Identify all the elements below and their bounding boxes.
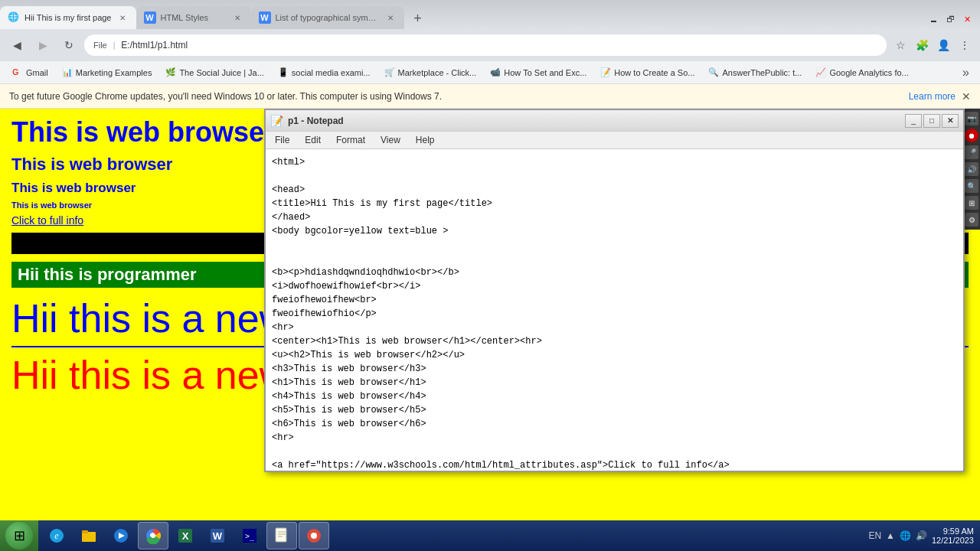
notepad-line: fweiofhewoifhew<br> <box>272 293 957 307</box>
bookmark-how-to-set[interactable]: 📹 How To Set and Exc... <box>484 66 593 80</box>
bookmark-marketing[interactable]: 📊 Marketing Examples <box>56 66 158 80</box>
notepad-menubar: File Edit Format View Help <box>266 132 963 149</box>
taskbar-expand[interactable]: ▲ <box>886 530 895 541</box>
profile-icon[interactable]: 👤 <box>934 36 952 54</box>
address-path: E:/html1/p1.html <box>121 40 188 51</box>
bookmark-social-juice-label: The Social Juice | Ja... <box>179 68 263 77</box>
taskbar-media[interactable] <box>106 522 136 549</box>
bookmarks-overflow[interactable]: » <box>958 64 974 81</box>
start-button[interactable]: ⊞ <box>0 520 38 551</box>
taskbar-excel[interactable]: X <box>170 522 201 549</box>
tab-2[interactable]: W HTML Styles ✕ <box>136 6 251 29</box>
bookmark-google-analytics[interactable]: 📈 Google Analytics fo... <box>809 66 914 80</box>
notepad-line: <html> <box>272 155 957 169</box>
bookmark-answer-label: AnswerThePublic: t... <box>722 68 802 77</box>
panel-icon-settings[interactable]: ⚙ <box>965 213 978 227</box>
extension-icon[interactable]: 🧩 <box>913 36 931 54</box>
bookmark-how-to-create-icon: 📝 <box>600 67 611 78</box>
panel-icon-mic[interactable]: 🎤 <box>965 145 978 159</box>
svg-text:W: W <box>213 530 223 542</box>
notepad-menu-view[interactable]: View <box>374 133 407 147</box>
notepad-maximize[interactable]: □ <box>923 114 940 128</box>
learn-more-link[interactable]: Learn more <box>909 91 956 102</box>
taskbar-date-display: 12/21/2023 <box>932 536 974 545</box>
notepad-menu-format[interactable]: Format <box>330 133 371 147</box>
bookmark-answer[interactable]: 🔍 AnswerThePublic: t... <box>702 66 808 80</box>
refresh-button[interactable]: ↻ <box>58 34 80 56</box>
svg-point-20 <box>311 533 317 539</box>
address-bar-row: ◀ ▶ ↻ File | E:/html1/p1.html ☆ 🧩 👤 ⋮ <box>0 29 980 61</box>
notepad-line <box>272 238 957 252</box>
notepad-line: <h5>This is web browser</h5> <box>272 403 957 417</box>
back-button[interactable]: ◀ <box>6 34 28 56</box>
notepad-title: p1 - Notepad <box>288 116 900 126</box>
notepad-menu-edit[interactable]: Edit <box>299 133 327 147</box>
taskbar-cmd[interactable]: >_ <box>234 522 265 549</box>
taskbar-apps: e X W >_ <box>38 522 332 549</box>
notepad-minimize[interactable]: _ <box>905 114 922 128</box>
right-side-panel: 📷 ⏺ 🎤 🔊 🔍 ⊞ ⚙ <box>963 109 980 230</box>
bookmark-icon[interactable]: ☆ <box>891 36 910 54</box>
svg-rect-15 <box>276 528 286 542</box>
minimize-button[interactable]: 🗕 <box>926 12 940 26</box>
tab-1-close[interactable]: ✕ <box>116 11 129 24</box>
bookmark-social-media-icon: 📱 <box>278 67 289 78</box>
address-protocol: File <box>93 41 107 50</box>
panel-icon-record[interactable]: ⏺ <box>965 129 978 142</box>
svg-text:>_: >_ <box>245 532 255 541</box>
toolbar-icons: ☆ 🧩 👤 ⋮ <box>891 36 974 54</box>
bookmark-social-media[interactable]: 📱 social media exami... <box>272 66 377 80</box>
panel-icon-speaker[interactable]: 🔊 <box>965 162 978 176</box>
svg-text:X: X <box>182 530 189 542</box>
taskbar-clock: 9:59 AM 12/21/2023 <box>932 527 974 545</box>
notification-bar: To get future Google Chrome updates, you… <box>0 84 980 109</box>
notepad-line: <head> <box>272 183 957 197</box>
notepad-menu-file[interactable]: File <box>269 133 296 147</box>
notepad-line: <h4>This is web browser</h4> <box>272 390 957 403</box>
bookmark-gmail[interactable]: G Gmail <box>6 66 54 80</box>
panel-icon-grid[interactable]: ⊞ <box>965 196 978 210</box>
taskbar-volume[interactable]: 🔊 <box>916 530 927 541</box>
bookmark-marketplace[interactable]: 🛒 Marketplace - Click... <box>378 66 483 80</box>
tab-1[interactable]: 🌐 Hii This is my first page ✕ <box>0 6 136 29</box>
notepad-win-controls: _ □ ✕ <box>905 114 959 128</box>
bookmark-how-to-create[interactable]: 📝 How to Create a So... <box>594 66 701 80</box>
maximize-button[interactable]: 🗗 <box>943 12 957 26</box>
main-content-area: This is web browser This is web browser … <box>0 109 980 520</box>
notepad-line: <h1>This is web browser</h1> <box>272 376 957 390</box>
notepad-menu-help[interactable]: Help <box>410 133 441 147</box>
tab-2-close[interactable]: ✕ <box>231 11 243 24</box>
taskbar-ie[interactable]: e <box>41 522 72 549</box>
address-input[interactable]: File | E:/html1/p1.html <box>84 34 887 56</box>
tab-3[interactable]: W List of typographical symbols an ✕ <box>251 6 404 29</box>
bookmark-social-juice[interactable]: 🌿 The Social Juice | Ja... <box>159 66 270 80</box>
taskbar-notepad[interactable] <box>266 522 297 549</box>
tab-3-close[interactable]: ✕ <box>384 11 397 24</box>
taskbar-chrome[interactable] <box>138 522 168 549</box>
notepad-line <box>272 445 957 458</box>
new-tab-button[interactable]: + <box>407 8 429 29</box>
forward-button[interactable]: ▶ <box>32 34 54 56</box>
notepad-line: <hr> <box>272 321 957 334</box>
taskbar-word[interactable]: W <box>202 522 233 549</box>
tab-2-title: HTML Styles <box>161 13 227 22</box>
notification-close-button[interactable]: ✕ <box>962 90 971 103</box>
taskbar-explorer[interactable] <box>74 522 104 549</box>
notification-message: To get future Google Chrome updates, you… <box>9 91 442 102</box>
close-button[interactable]: ✕ <box>960 12 974 26</box>
notepad-line: <b><p>hdiashdqwndioqhdhwio<br></b> <box>272 266 957 279</box>
notepad-line <box>272 169 957 183</box>
notepad-line: <center><h1>This is web browser</h1></ce… <box>272 334 957 348</box>
panel-icon-camera[interactable]: 📷 <box>965 112 978 126</box>
bookmark-google-analytics-icon: 📈 <box>815 67 826 78</box>
taskbar-chrome2[interactable] <box>299 522 329 549</box>
svg-text:e: e <box>54 530 59 541</box>
notepad-close[interactable]: ✕ <box>942 114 959 128</box>
taskbar-right: EN ▲ 🌐 🔊 9:59 AM 12/21/2023 <box>868 527 980 545</box>
notepad-line: </haed> <box>272 210 957 224</box>
notepad-text-area[interactable]: <html> <head><title>Hii This is my first… <box>266 149 963 471</box>
menu-icon[interactable]: ⋮ <box>956 36 974 54</box>
window-controls: 🗕 🗗 ✕ <box>926 12 980 29</box>
panel-icon-search[interactable]: 🔍 <box>965 179 978 193</box>
bookmark-google-analytics-label: Google Analytics fo... <box>829 68 908 77</box>
